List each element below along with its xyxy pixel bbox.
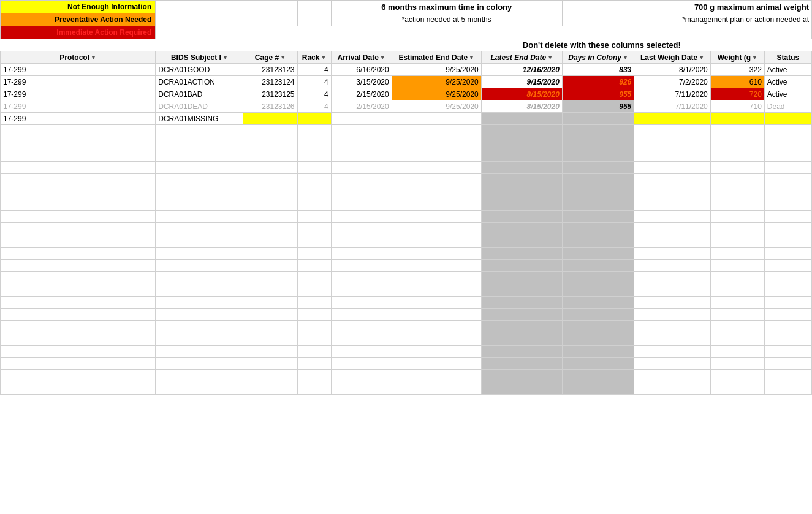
table-row: 17-299 DCRA01GOOD 23123123 4 6/16/2020 9… bbox=[1, 64, 812, 76]
filter-arrow-bids[interactable]: ▼ bbox=[222, 55, 228, 61]
table-row-empty bbox=[1, 137, 812, 149]
table-row-empty bbox=[1, 309, 812, 321]
cell-rack bbox=[297, 113, 331, 125]
cell-days: 833 bbox=[562, 64, 634, 76]
table-row-empty bbox=[1, 321, 812, 333]
table-row-empty bbox=[1, 333, 812, 346]
col-header-arrival[interactable]: Arrival Date ▼ bbox=[331, 51, 392, 64]
cell-protocol: 17-299 bbox=[1, 76, 156, 88]
table-row-empty bbox=[1, 260, 812, 272]
legend-immediate: Immediate Action Required bbox=[1, 26, 156, 39]
cell-latest-end: 8/15/2020 bbox=[481, 100, 562, 113]
filter-arrow-est-end[interactable]: ▼ bbox=[469, 55, 474, 61]
cell-last-weigh: 7/2/2020 bbox=[634, 76, 711, 88]
cell-rack: 4 bbox=[297, 88, 331, 100]
table-row-empty bbox=[1, 235, 812, 248]
col-header-latest-end[interactable]: Latest End Date ▼ bbox=[481, 51, 562, 64]
cell-days: 955 bbox=[562, 88, 634, 100]
cell-bids: DCRA01DEAD bbox=[156, 100, 243, 113]
center-text-line2: *action needed at 5 months bbox=[331, 13, 562, 26]
cell-protocol: 17-299 bbox=[1, 113, 156, 125]
cell-days: 955 bbox=[562, 100, 634, 113]
cell-latest-end bbox=[481, 113, 562, 125]
col-header-days[interactable]: Days in Colony ▼ bbox=[562, 51, 634, 64]
right-text-line1: 700 g maximum animal weight bbox=[634, 1, 812, 13]
filter-arrow-last-weigh[interactable]: ▼ bbox=[699, 55, 704, 61]
cell-protocol: 17-299 bbox=[1, 100, 156, 113]
cell-last-weigh bbox=[634, 113, 711, 125]
col-header-cage[interactable]: Cage # ▼ bbox=[243, 51, 297, 64]
filter-arrow-weight[interactable]: ▼ bbox=[752, 55, 757, 61]
cell-cage: 23123123 bbox=[243, 64, 297, 76]
table-row-empty bbox=[1, 382, 812, 395]
legend-not-enough: Not Enough Information bbox=[1, 1, 156, 13]
table-row: 17-299 DCRA01MISSING bbox=[1, 113, 812, 125]
legend-preventative: Preventative Action Needed bbox=[1, 13, 156, 26]
cell-latest-end: 12/16/2020 bbox=[481, 64, 562, 76]
cell-rack: 4 bbox=[297, 100, 331, 113]
cell-bids: DCRA01GOOD bbox=[156, 64, 243, 76]
cell-status: Active bbox=[764, 76, 811, 88]
spreadsheet-container: Not Enough Information 6 months maximum … bbox=[0, 0, 812, 514]
cell-status bbox=[764, 113, 811, 125]
col-header-bids[interactable]: BIDS Subject I ▼ bbox=[156, 51, 243, 64]
cell-est-end: 9/25/2020 bbox=[392, 100, 481, 113]
table-row-empty bbox=[1, 346, 812, 358]
cell-arrival bbox=[331, 113, 392, 125]
table-row-empty bbox=[1, 248, 812, 260]
cell-weight bbox=[710, 113, 764, 125]
cell-cage: 23123126 bbox=[243, 100, 297, 113]
cell-last-weigh: 8/1/2020 bbox=[634, 64, 711, 76]
table-row-empty bbox=[1, 223, 812, 235]
cell-arrival: 6/16/2020 bbox=[331, 64, 392, 76]
col-header-est-end[interactable]: Estimated End Date ▼ bbox=[392, 51, 481, 64]
cell-last-weigh: 7/11/2020 bbox=[634, 100, 711, 113]
cell-latest-end: 8/15/2020 bbox=[481, 88, 562, 100]
cell-cage: 23123125 bbox=[243, 88, 297, 100]
filter-arrow-cage[interactable]: ▼ bbox=[280, 55, 286, 61]
cell-cage bbox=[243, 113, 297, 125]
cell-status: Active bbox=[764, 64, 811, 76]
cell-days bbox=[562, 113, 634, 125]
table-row-empty bbox=[1, 358, 812, 370]
table-row-empty bbox=[1, 370, 812, 382]
cell-days: 926 bbox=[562, 76, 634, 88]
col-header-status[interactable]: Status bbox=[764, 51, 811, 64]
cell-cage: 23123124 bbox=[243, 76, 297, 88]
table-row: 17-299 DCRA01ACTION 23123124 4 3/15/2020… bbox=[1, 76, 812, 88]
cell-bids: DCRA01BAD bbox=[156, 88, 243, 100]
table-row-empty bbox=[1, 272, 812, 284]
right-text-line2: *management plan or action needed at bbox=[634, 13, 812, 26]
filter-arrow-arrival[interactable]: ▼ bbox=[380, 55, 385, 61]
cell-est-end: 9/25/2020 bbox=[392, 88, 481, 100]
filter-arrow-latest-end[interactable]: ▼ bbox=[547, 55, 553, 61]
cell-weight: 720 bbox=[710, 88, 764, 100]
filter-arrow-days[interactable]: ▼ bbox=[623, 55, 628, 61]
cell-arrival: 2/15/2020 bbox=[331, 88, 392, 100]
cell-arrival: 2/15/2020 bbox=[331, 100, 392, 113]
cell-rack: 4 bbox=[297, 76, 331, 88]
table-row-empty bbox=[1, 174, 812, 186]
table-row-empty bbox=[1, 149, 812, 162]
col-header-rack[interactable]: Rack ▼ bbox=[297, 51, 331, 64]
filter-arrow-rack[interactable]: ▼ bbox=[321, 55, 326, 61]
cell-arrival: 3/15/2020 bbox=[331, 76, 392, 88]
col-header-last-weigh[interactable]: Last Weigh Date ▼ bbox=[634, 51, 711, 64]
cell-protocol: 17-299 bbox=[1, 88, 156, 100]
warning-banner: Don't delete with these columns selected… bbox=[392, 39, 811, 51]
cell-status: Dead bbox=[764, 100, 811, 113]
cell-weight: 322 bbox=[710, 64, 764, 76]
cell-rack: 4 bbox=[297, 64, 331, 76]
table-row-empty bbox=[1, 162, 812, 174]
filter-arrow-protocol[interactable]: ▼ bbox=[91, 55, 96, 61]
table-row-empty bbox=[1, 186, 812, 198]
cell-weight: 610 bbox=[710, 76, 764, 88]
col-header-weight[interactable]: Weight (g ▼ bbox=[710, 51, 764, 64]
center-text-line1: 6 months maximum time in colony bbox=[331, 1, 562, 13]
cell-est-end bbox=[392, 113, 481, 125]
table-row: 17-299 DCRA01BAD 23123125 4 2/15/2020 9/… bbox=[1, 88, 812, 100]
cell-bids: DCRA01MISSING bbox=[156, 113, 243, 125]
table-row: 17-299 DCRA01DEAD 23123126 4 2/15/2020 9… bbox=[1, 100, 812, 113]
col-header-protocol[interactable]: Protocol ▼ bbox=[1, 51, 156, 64]
cell-latest-end: 9/15/2020 bbox=[481, 76, 562, 88]
